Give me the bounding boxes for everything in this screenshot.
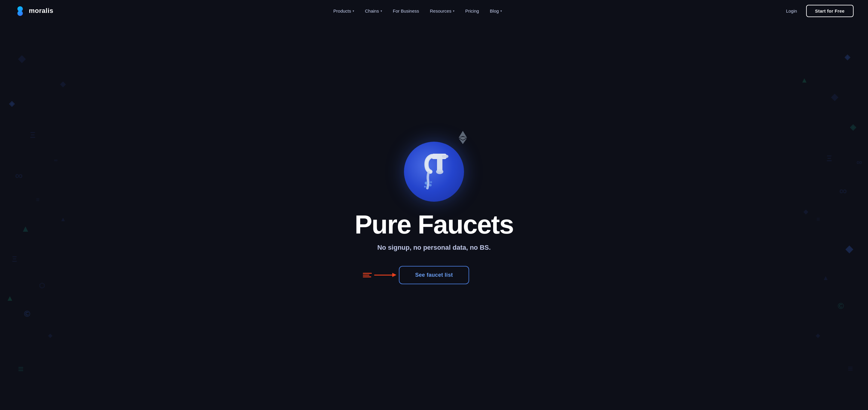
nav-item-resources[interactable]: Resources ▾ [426, 6, 459, 16]
hero-subtitle: No signup, no personal data, no BS. [377, 244, 491, 251]
nav-pricing-link[interactable]: Pricing [461, 6, 483, 16]
svg-rect-8 [442, 155, 448, 158]
svg-rect-1 [437, 154, 442, 172]
nav-item-forbusiness[interactable]: For Business [389, 6, 424, 16]
nav-item-blog[interactable]: Blog ▾ [486, 6, 506, 16]
hero-title: Pure Faucets [355, 211, 514, 238]
arrow-bar-1 [363, 273, 372, 274]
logo-link[interactable]: moralis [14, 5, 54, 16]
arrow-bar-3 [363, 276, 371, 277]
nav-resources-link[interactable]: Resources ▾ [426, 6, 459, 16]
bg-icons-left: ◆ ◈ Ξ ∞ ≡ ▲ Ξ ⬡ © ◈ ≡ ◆ ▲ ▲ ∞ [0, 22, 96, 410]
svg-point-6 [430, 181, 432, 183]
nav-actions: Login Start for Free [782, 5, 854, 17]
chains-chevron-icon: ▾ [380, 9, 382, 12]
nav-blog-link[interactable]: Blog ▾ [486, 6, 506, 16]
products-label: Products [333, 8, 351, 13]
navbar: moralis Products ▾ Chains ▾ For Business… [0, 0, 868, 22]
faucet-svg [410, 148, 458, 196]
chains-label: Chains [365, 8, 379, 13]
svg-point-7 [424, 186, 426, 187]
cta-wrapper: See faucet list [399, 266, 469, 284]
svg-point-2 [436, 169, 443, 174]
nav-products-link[interactable]: Products ▾ [329, 6, 358, 16]
logo-text: moralis [29, 7, 54, 15]
bg-icons-right: ◈ ◆ ◈ Ξ ∞ ≡ ◆ ▲ © ◈ ≡ ▲ ◆ ∞ [772, 22, 868, 410]
nav-chains-link[interactable]: Chains ▾ [361, 6, 386, 16]
login-link[interactable]: Login [782, 6, 801, 16]
resources-chevron-icon: ▾ [453, 9, 455, 12]
svg-point-5 [427, 186, 428, 188]
logo-icon [14, 5, 26, 16]
eth-above-icon [459, 131, 467, 144]
nav-links: Products ▾ Chains ▾ For Business Resourc… [329, 6, 506, 16]
blog-label: Blog [490, 8, 499, 13]
svg-point-3 [425, 181, 428, 184]
arrow-bars [363, 273, 372, 277]
nav-item-products[interactable]: Products ▾ [329, 6, 358, 16]
resources-label: Resources [430, 8, 452, 13]
arrow-bar-2 [363, 275, 369, 276]
arrow-indicator [363, 273, 397, 277]
blog-chevron-icon: ▾ [500, 9, 502, 12]
forbusiness-label: For Business [393, 8, 419, 13]
faucet-illustration [404, 142, 464, 202]
hero-section: ◆ ◈ Ξ ∞ ≡ ▲ Ξ ⬡ © ◈ ≡ ◆ ▲ ▲ ∞ ◈ ◆ ◈ Ξ ∞ … [0, 22, 868, 410]
start-for-free-button[interactable]: Start for Free [806, 5, 854, 17]
nav-forbusiness-link[interactable]: For Business [389, 6, 424, 16]
see-faucet-list-button[interactable]: See faucet list [399, 266, 469, 284]
nav-item-chains[interactable]: Chains ▾ [361, 6, 386, 16]
products-chevron-icon: ▾ [352, 9, 354, 12]
arrow-line [374, 275, 392, 276]
arrow-head-icon [392, 273, 397, 277]
nav-item-pricing[interactable]: Pricing [461, 6, 483, 16]
svg-point-4 [429, 184, 432, 186]
pricing-label: Pricing [465, 8, 479, 13]
